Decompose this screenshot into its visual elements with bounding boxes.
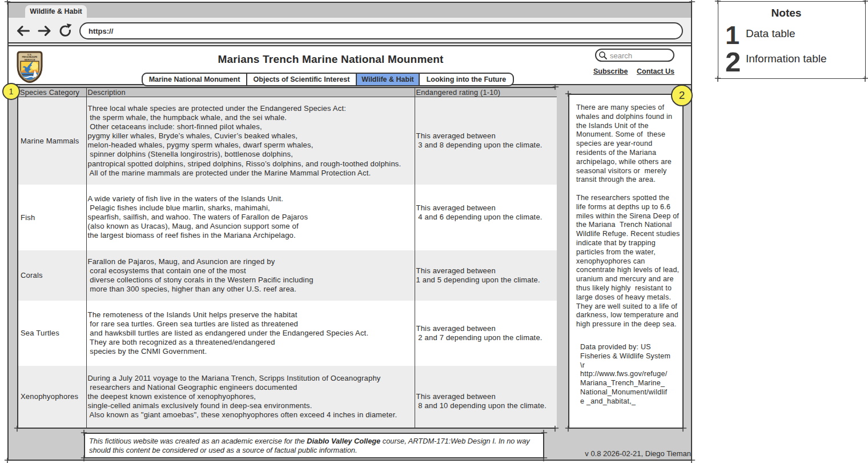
svg-text:SERVICE: SERVICE bbox=[24, 58, 35, 61]
